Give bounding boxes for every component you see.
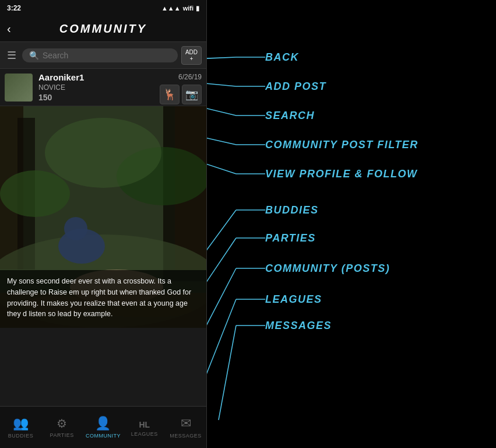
messages-nav-icon: ✉	[181, 416, 191, 431]
username: Aaroniker1	[38, 72, 154, 82]
parties-nav-label: PARTIES	[50, 432, 74, 438]
annotation-buddies-text: BUDDIES	[265, 204, 319, 216]
annotation-leagues: LEAGUES	[265, 293, 322, 306]
annotation-search-text: SEARCH	[265, 110, 315, 122]
annotation-view-profile: VIEW PROFILE & FOLLOW	[265, 168, 417, 180]
annotation-parties: PARTIES	[265, 232, 316, 244]
post-caption: My sons second deer ever st with a cross…	[0, 270, 206, 328]
user-rank: NOVICE	[38, 83, 154, 92]
status-icons: ▲▲▲ wifi ▮	[161, 5, 199, 12]
post-image: My sons second deer ever st with a cross…	[0, 106, 206, 328]
filter-deer-icon[interactable]: 🦌	[160, 85, 180, 104]
annotation-back-text: BACK	[265, 51, 299, 64]
annotation-community-posts: COMMUNITY (POSTS)	[265, 262, 390, 275]
annotation-parties-text: PARTIES	[265, 232, 316, 244]
status-bar: 3:22 ▲▲▲ wifi ▮	[0, 0, 206, 16]
back-button[interactable]: ‹	[7, 22, 11, 36]
leagues-nav-label: LEAGUES	[131, 431, 158, 437]
annotation-leagues-text: LEAGUES	[265, 293, 322, 306]
nav-community[interactable]: 👤 COMMUNITY	[83, 416, 124, 439]
bottom-nav: 👥 BUDDIES ⚙ PARTIES 👤 COMMUNITY HL LEAGU…	[0, 406, 206, 448]
nav-buddies[interactable]: 👥 BUDDIES	[0, 416, 41, 439]
annotation-messages-text: MESSAGES	[265, 320, 332, 332]
svg-line-19	[207, 65, 236, 116]
annotation-add-post: ADD POST	[265, 80, 326, 93]
nav-messages[interactable]: ✉ MESSAGES	[165, 416, 206, 439]
svg-line-25	[207, 210, 236, 408]
community-nav-label: COMMUNITY	[86, 433, 121, 439]
svg-line-31	[207, 299, 236, 417]
time-display: 3:22	[7, 4, 21, 12]
hamburger-menu-icon[interactable]: ☰	[5, 47, 19, 64]
annotation-view-profile-text: VIEW PROFILE & FOLLOW	[265, 168, 417, 180]
search-input[interactable]	[43, 51, 171, 60]
nav-leagues[interactable]: HL LEAGUES	[124, 418, 165, 437]
annotations-panel: BACK ADD POST SEARCH COMMUNITY POST FILT…	[207, 0, 496, 448]
user-bar: Aaroniker1 NOVICE 150 6/26/19 🦌 📷	[0, 69, 206, 106]
add-post-button[interactable]: ADD +	[181, 46, 202, 65]
svg-line-33	[219, 326, 236, 420]
battery-icon: ▮	[196, 5, 199, 12]
user-avatar[interactable]	[5, 74, 33, 102]
messages-nav-label: MESSAGES	[170, 433, 202, 439]
buddies-nav-icon: 👥	[13, 416, 29, 431]
community-nav-icon: 👤	[95, 416, 111, 431]
annotation-search: SEARCH	[265, 110, 315, 122]
annotation-messages: MESSAGES	[265, 320, 332, 332]
leagues-nav-icon: HL	[139, 418, 150, 429]
svg-line-29	[207, 268, 236, 414]
parties-nav-icon: ⚙	[57, 416, 67, 430]
phone-frame: 3:22 ▲▲▲ wifi ▮ ‹ COMMUNITY ☰ 🔍 ADD + Aa…	[0, 0, 207, 448]
svg-line-17	[207, 66, 236, 86]
svg-point-11	[45, 118, 161, 188]
svg-point-8	[64, 217, 87, 240]
svg-line-27	[207, 238, 236, 411]
search-area: ☰ 🔍 ADD +	[0, 42, 206, 69]
user-info: Aaroniker1 NOVICE 150	[38, 72, 154, 102]
annotation-community-post-filter-text: COMMUNITY POST FILTER	[265, 139, 418, 151]
search-bar[interactable]: 🔍	[22, 48, 178, 62]
signal-icon: ▲▲▲	[161, 5, 181, 12]
filter-camera-icon[interactable]: 📷	[182, 85, 202, 104]
app-header: ‹ COMMUNITY	[0, 16, 206, 42]
buddies-nav-label: BUDDIES	[8, 433, 34, 439]
svg-line-15	[207, 57, 236, 67]
search-icon: 🔍	[29, 51, 39, 60]
connector-lines-svg	[207, 0, 496, 448]
annotation-back: BACK	[265, 51, 299, 64]
annotation-community-posts-text: COMMUNITY (POSTS)	[265, 262, 390, 275]
annotation-add-post-text: ADD POST	[265, 80, 326, 93]
post-date: 6/26/19	[178, 73, 202, 81]
wifi-icon: wifi	[183, 5, 194, 12]
annotation-buddies: BUDDIES	[265, 204, 319, 216]
user-points: 150	[38, 93, 154, 102]
nav-parties[interactable]: ⚙ PARTIES	[41, 416, 83, 438]
svg-point-9	[0, 170, 70, 217]
svg-line-21	[207, 100, 236, 145]
annotation-community-post-filter: COMMUNITY POST FILTER	[265, 139, 418, 151]
user-actions: 🦌 📷	[160, 85, 202, 104]
app-title: COMMUNITY	[59, 22, 147, 36]
svg-line-23	[207, 110, 236, 174]
